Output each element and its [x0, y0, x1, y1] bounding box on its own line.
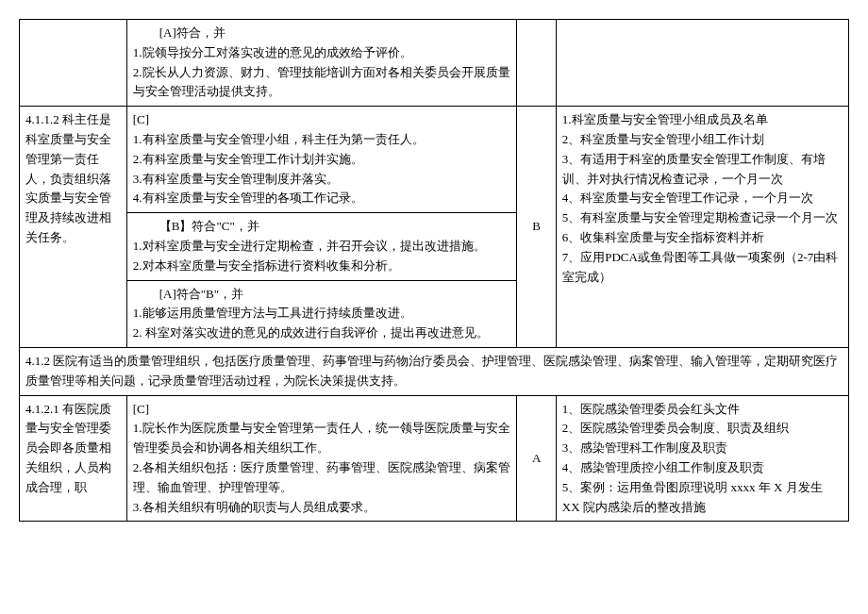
text-line: 2.各相关组织包括：医疗质量管理、药事管理、医院感染管理、病案管理、输血管理、护… — [133, 458, 511, 498]
text-line: 2. 科室对落实改进的意见的成效进行自我评价，提出再改进意见。 — [133, 324, 511, 343]
table-row: [A]符合，并 1.院领导按分工对落实改进的意见的成效给予评价。 2.院长从人力… — [20, 20, 849, 107]
text-line: 1.院领导按分工对落实改进的意见的成效给予评价。 — [133, 43, 511, 63]
text-line: 1、医院感染管理委员会红头文件 — [562, 400, 843, 420]
text-line: 6、收集科室质量与安全指标资料并析 — [562, 228, 843, 248]
text-line: 5、有科室质量与安全管理定期检查记录一个月一次 — [562, 208, 843, 228]
text-line: 3、有适用于科室的质量安全管理工作制度、有培训、并对执行情况检查记录，一个月一次 — [562, 150, 843, 190]
text-line: 4.有科室质量与安全管理的各项工作记录。 — [133, 189, 511, 208]
text-line: 4、感染管理质控小组工作制度及职责 — [562, 458, 843, 478]
cell-criteria: 4.1.2.1 有医院质量与安全管理委员会即各质量相关组织，人员构成合理，职 — [20, 395, 127, 522]
cell-description: [C] 1.院长作为医院质量与安全管理第一责任人，统一领导医院质量与安全管理委员… — [126, 395, 517, 522]
text-line: 2、科室质量与安全管理小组工作计划 — [562, 130, 843, 150]
text-line: 7、应用PDCA或鱼骨图等工具做一项案例（2-7由科室完成） — [562, 248, 843, 288]
text-line: 2、医院感染管理委员会制度、职责及组织 — [562, 419, 843, 439]
table-row: 4.1.2.1 有医院质量与安全管理委员会即各质量相关组织，人员构成合理，职 [… — [20, 395, 849, 522]
text-line: 1.能够运用质量管理方法与工具进行持续质量改进。 — [133, 304, 511, 324]
text-line: 1.有科室质量与安全管理小组，科主任为第一责任人。 — [133, 130, 511, 150]
level-a-header: [A]符合"B"，并 — [133, 285, 511, 305]
section-header: 4.1.2 医院有适当的质量管理组织，包括医疗质量管理、药事管理与药物治疗委员会… — [20, 347, 849, 395]
text-line: 3、感染管理科工作制度及职责 — [562, 439, 843, 458]
text-line: 1.科室质量与安全管理小组成员及名单 — [562, 110, 843, 130]
level-c-header: [C] — [133, 110, 511, 130]
level-a-header: [A]符合，并 — [133, 24, 511, 43]
cell-evidence: 1.科室质量与安全管理小组成员及名单 2、科室质量与安全管理小组工作计划 3、有… — [556, 107, 848, 348]
text-line: 2.有科室质量与安全管理工作计划并实施。 — [133, 150, 511, 170]
cell-evidence: 1、医院感染管理委员会红头文件 2、医院感染管理委员会制度、职责及组织 3、感染… — [556, 395, 848, 522]
text-line: 3.各相关组织有明确的职责与人员组成要求。 — [133, 498, 511, 518]
cell-description-b: 【B】符合"C"，并 1.对科室质量与安全进行定期检查，并召开会议，提出改进措施… — [126, 213, 517, 280]
cell-description: [A]符合，并 1.院领导按分工对落实改进的意见的成效给予评价。 2.院长从人力… — [126, 20, 517, 107]
text-line: 2.院长从人力资源、财力、管理技能培训方面对各相关委员会开展质量与安全管理活动提… — [133, 63, 511, 103]
cell-description-c: [C] 1.有科室质量与安全管理小组，科主任为第一责任人。 2.有科室质量与安全… — [126, 107, 517, 213]
level-b-header: 【B】符合"C"，并 — [133, 217, 511, 237]
level-c-header: [C] — [133, 400, 511, 420]
table-row: 4.1.1.2 科主任是科室质量与安全管理第一责任人，负责组织落实质量与安全管理… — [20, 107, 849, 213]
cell-criteria — [20, 20, 127, 107]
cell-criteria: 4.1.1.2 科主任是科室质量与安全管理第一责任人，负责组织落实质量与安全管理… — [20, 107, 127, 348]
cell-description-a: [A]符合"B"，并 1.能够运用质量管理方法与工具进行持续质量改进。 2. 科… — [126, 280, 517, 347]
cell-grade: B — [517, 107, 556, 348]
section-header-row: 4.1.2 医院有适当的质量管理组织，包括医疗质量管理、药事管理与药物治疗委员会… — [20, 347, 849, 395]
text-line: 5、案例：运用鱼骨图原理说明 xxxx 年 X 月发生 XX 院内感染后的整改措… — [562, 478, 843, 518]
text-line: 1.对科室质量与安全进行定期检查，并召开会议，提出改进措施。 — [133, 237, 511, 257]
text-line: 2.对本科室质量与安全指标进行资料收集和分析。 — [133, 257, 511, 276]
text-line: 1.院长作为医院质量与安全管理第一责任人，统一领导医院质量与安全管理委员会和协调… — [133, 419, 511, 458]
evaluation-table: [A]符合，并 1.院领导按分工对落实改进的意见的成效给予评价。 2.院长从人力… — [19, 19, 849, 522]
cell-grade: A — [517, 395, 556, 522]
cell-grade — [517, 20, 556, 107]
text-line: 4、科室质量与安全管理工作记录，一个月一次 — [562, 189, 843, 208]
text-line: 3.有科室质量与安全管理制度并落实。 — [133, 170, 511, 190]
cell-evidence — [556, 20, 848, 107]
